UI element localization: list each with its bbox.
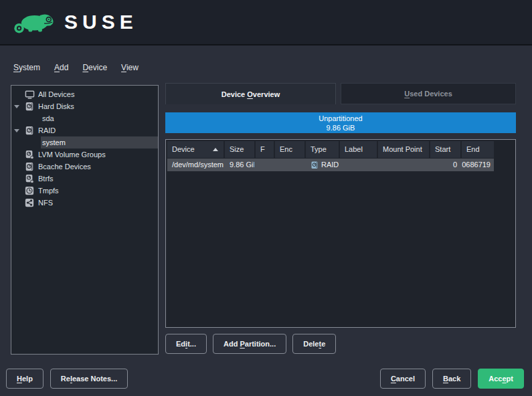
help-button[interactable]: Help xyxy=(6,369,43,389)
expand-arrow-icon[interactable] xyxy=(11,129,22,132)
cell-device: /dev/md/system xyxy=(167,159,224,171)
cancel-button[interactable]: Cancel xyxy=(380,369,426,389)
tree-item-sda[interactable]: sda xyxy=(11,112,158,124)
col-device[interactable]: Device xyxy=(167,141,224,158)
edit-button[interactable]: Edit... xyxy=(165,334,207,354)
tree-item-bcache-devices[interactable]: Bcache Devices xyxy=(11,161,158,173)
device-tree: All Devices Hard Disks sda RAID system L… xyxy=(11,85,159,355)
table-actions: Edit... Add Partition... Delete xyxy=(165,334,336,354)
col-end[interactable]: End xyxy=(462,141,494,158)
unpartitioned-bar: Unpartitioned 9.86 GiB xyxy=(165,112,516,133)
suse-logo: SUSE xyxy=(13,8,138,36)
menubar: System Add Device View xyxy=(12,62,140,74)
cell-label xyxy=(340,159,377,171)
bcache-icon xyxy=(22,162,37,172)
tab-bar: Device Overview Used Devices xyxy=(165,83,516,104)
computer-icon xyxy=(22,90,37,100)
tree-item-btrfs[interactable]: Btrfs xyxy=(11,173,158,185)
unpartitioned-label: Unpartitioned xyxy=(165,114,516,123)
tree-item-all-devices[interactable]: All Devices xyxy=(11,88,158,100)
back-button[interactable]: Back xyxy=(432,369,471,389)
footer-left: Help Release Notes... xyxy=(6,369,128,389)
tree-item-nfs[interactable]: NFS xyxy=(11,197,158,209)
expand-arrow-icon[interactable] xyxy=(11,105,22,108)
tree-item-system[interactable]: system xyxy=(41,136,158,148)
col-mount-point[interactable]: Mount Point xyxy=(378,141,429,158)
delete-button[interactable]: Delete xyxy=(292,334,336,354)
hard-disk-icon xyxy=(22,102,37,112)
footer-right: Cancel Back Accept xyxy=(380,369,524,389)
release-notes-button[interactable]: Release Notes... xyxy=(50,369,128,389)
cell-mount-point xyxy=(378,159,429,171)
tree-item-tmpfs[interactable]: Tmpfs xyxy=(11,185,158,197)
col-type[interactable]: Type xyxy=(306,141,339,158)
col-enc[interactable]: Enc xyxy=(275,141,304,158)
menu-system[interactable]: System xyxy=(12,62,41,74)
device-table: Device Size F Enc Type Label Mount Point… xyxy=(165,139,516,328)
tmpfs-clock-icon xyxy=(22,186,37,195)
menu-view[interactable]: View xyxy=(120,62,140,74)
table-header: Device Size F Enc Type Label Mount Point… xyxy=(167,141,514,158)
sort-asc-icon xyxy=(213,148,218,151)
unpartitioned-size: 9.86 GiB xyxy=(165,123,516,132)
table-row[interactable]: /dev/md/system 9.86 GiB RAID 0 20686719 xyxy=(167,159,494,171)
menu-device[interactable]: Device xyxy=(81,62,108,74)
brand-text: SUSE xyxy=(64,11,138,33)
raid-disk-icon xyxy=(22,126,37,136)
chameleon-icon xyxy=(13,8,58,36)
menu-add[interactable]: Add xyxy=(53,62,70,74)
col-f[interactable]: F xyxy=(256,141,274,158)
cell-end: 20686719 xyxy=(462,159,494,171)
raid-disk-icon xyxy=(311,161,319,170)
cell-start: 0 xyxy=(430,159,460,171)
cell-type: RAID xyxy=(306,159,339,171)
tree-item-raid[interactable]: RAID xyxy=(11,124,158,136)
add-partition-button[interactable]: Add Partition... xyxy=(213,334,286,354)
cell-enc xyxy=(275,159,304,171)
cell-size: 9.86 GiB xyxy=(225,159,254,171)
tree-item-lvm-volume-groups[interactable]: LVM Volume Groups xyxy=(11,148,158,161)
cell-f xyxy=(256,159,274,171)
tab-device-overview[interactable]: Device Overview xyxy=(165,83,336,104)
col-label[interactable]: Label xyxy=(340,141,377,158)
btrfs-icon xyxy=(22,174,37,184)
app-header: SUSE xyxy=(0,0,532,45)
tree-item-hard-disks[interactable]: Hard Disks xyxy=(11,100,158,112)
col-start[interactable]: Start xyxy=(430,141,460,158)
col-size[interactable]: Size xyxy=(225,141,254,158)
accept-button[interactable]: Accept xyxy=(478,369,524,389)
lvm-icon xyxy=(22,150,37,160)
tab-used-devices[interactable]: Used Devices xyxy=(341,83,516,104)
nfs-share-icon xyxy=(22,198,37,207)
